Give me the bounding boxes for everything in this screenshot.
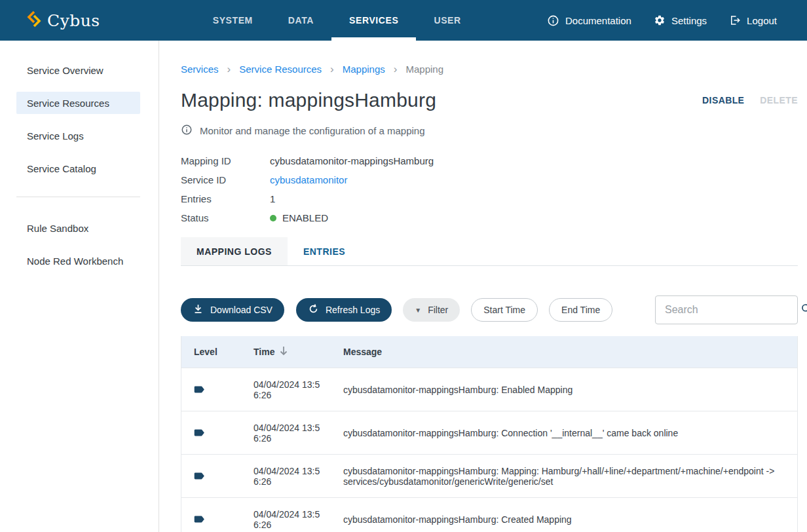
end-time-button[interactable]: End Time	[549, 298, 612, 322]
sidebar-item[interactable]: Service Overview	[16, 59, 140, 81]
logout-icon	[729, 14, 741, 26]
log-level-cell	[181, 428, 253, 438]
refresh-icon	[308, 303, 319, 316]
settings-button[interactable]: Settings	[654, 14, 707, 26]
log-message: cybusdatamonitor-mappingsHamburg: Connec…	[343, 428, 797, 438]
page-subtitle: Monitor and manage the configuration of …	[181, 124, 798, 138]
main-nav: SYSTEM DATA SERVICES USER	[195, 0, 479, 41]
label-tag-icon	[194, 514, 253, 524]
log-time: 04/04/2024 13:56:26	[253, 509, 343, 530]
nav-tab[interactable]: SERVICES	[331, 0, 416, 41]
table-row[interactable]: 04/04/2024 13:56:26 cybusdatamonitor-map…	[181, 497, 797, 532]
label-tag-icon	[194, 428, 253, 438]
label-tag-icon	[194, 471, 253, 481]
main-content: Services › Service Resources › Mappings …	[159, 41, 807, 532]
sidebar-divider	[16, 197, 140, 197]
download-icon	[193, 303, 204, 316]
search-input[interactable]	[665, 304, 800, 316]
logs-table: Level Time Message	[181, 336, 798, 532]
filter-button[interactable]: ▼ Filter	[403, 298, 460, 322]
subtitle-text: Monitor and manage the configuration of …	[200, 125, 425, 136]
cybus-logo-icon	[27, 10, 41, 30]
delete-button[interactable]: DELETE	[760, 95, 798, 105]
breadcrumb-link[interactable]: Services	[181, 64, 219, 75]
nav-tab[interactable]: USER	[416, 0, 478, 41]
log-level-cell	[181, 514, 253, 524]
disable-button[interactable]: DISABLE	[702, 95, 744, 105]
download-csv-button[interactable]: Download CSV	[181, 298, 284, 322]
log-message: cybusdatamonitor-mappingsHamburg: Enable…	[343, 385, 797, 395]
breadcrumb-link[interactable]: Mapping	[405, 64, 443, 75]
info-circle-icon	[547, 14, 559, 27]
sort-desc-icon	[279, 346, 288, 358]
sidebar-item[interactable]: Service Resources	[16, 92, 140, 114]
breadcrumb: Services › Service Resources › Mappings …	[181, 64, 798, 75]
breadcrumb-item: Services ›	[181, 64, 239, 75]
logout-button[interactable]: Logout	[729, 14, 777, 26]
status-dot	[270, 215, 276, 221]
table-row[interactable]: 04/04/2024 13:56:26 cybusdatamonitor-map…	[181, 411, 797, 454]
logout-label: Logout	[747, 15, 777, 26]
table-row[interactable]: 04/04/2024 13:56:26 cybusdatamonitor-map…	[181, 368, 797, 411]
detail-row: Mapping ID cybusdatamonitor-mappingsHamb…	[181, 151, 798, 170]
sidebar-item[interactable]: Service Logs	[16, 124, 140, 147]
breadcrumb-link[interactable]: Service Resources	[239, 64, 322, 75]
column-header-level[interactable]: Level	[181, 347, 253, 357]
nav-tab[interactable]: SYSTEM	[195, 0, 271, 41]
sidebar: Service Overview Service Resources Servi…	[0, 41, 159, 532]
mapping-details: Mapping ID cybusdatamonitor-mappingsHamb…	[181, 151, 798, 227]
sidebar-item[interactable]: Rule Sandbox	[16, 217, 140, 239]
end-time-label: End Time	[561, 305, 600, 315]
gear-icon	[654, 14, 666, 26]
chevron-down-icon: ▼	[415, 307, 421, 314]
chevron-right-icon: ›	[330, 64, 334, 75]
log-level-cell	[181, 471, 253, 481]
start-time-button[interactable]: Start Time	[471, 298, 538, 322]
detail-value-text: cybusdatamonitor-mappingsHamburg	[270, 155, 434, 166]
log-message: cybusdatamonitor-mappingsHamburg: Mappin…	[343, 466, 797, 487]
detail-value: cybusdatamonitor-mappingsHamburg	[270, 155, 434, 166]
detail-value: ENABLED	[270, 212, 328, 223]
documentation-button[interactable]: Documentation	[547, 14, 631, 27]
sidebar-secondary-group: Rule Sandbox Node Red Workbench	[0, 217, 159, 272]
detail-row: Entries 1	[181, 189, 798, 208]
log-time: 04/04/2024 13:56:26	[253, 466, 343, 487]
log-time: 04/04/2024 13:56:26	[253, 379, 343, 400]
detail-value-text: cybusdatamonitor	[270, 174, 347, 185]
nav-tab[interactable]: DATA	[271, 0, 331, 41]
detail-value: cybusdatamonitor	[270, 174, 347, 185]
page-title: Mapping: mappingsHamburg	[181, 89, 436, 111]
breadcrumb-link[interactable]: Mappings	[343, 64, 385, 75]
sidebar-primary-group: Service Overview Service Resources Servi…	[0, 59, 159, 180]
search-icon[interactable]	[800, 303, 807, 317]
refresh-logs-label: Refresh Logs	[326, 305, 380, 315]
chevron-right-icon: ›	[227, 64, 231, 75]
table-row[interactable]: 04/04/2024 13:56:26 cybusdatamonitor-map…	[181, 454, 797, 497]
tab[interactable]: MAPPING LOGS	[181, 237, 288, 265]
column-header-time[interactable]: Time	[253, 346, 343, 358]
time-header-label: Time	[253, 347, 274, 357]
download-csv-label: Download CSV	[210, 305, 272, 315]
info-circle-icon	[181, 124, 193, 138]
detail-value-text: ENABLED	[282, 212, 328, 223]
nav-actions: Documentation Settings Logout	[547, 0, 807, 41]
log-level-cell	[181, 385, 253, 394]
sidebar-item[interactable]: Node Red Workbench	[16, 250, 140, 272]
refresh-logs-button[interactable]: Refresh Logs	[296, 298, 392, 322]
breadcrumb-item: Mapping ›	[405, 64, 443, 75]
detail-label: Service ID	[181, 174, 270, 185]
cybus-logo[interactable]: Cybus	[0, 0, 100, 41]
search-box	[655, 295, 798, 324]
detail-row: Status ENABLED	[181, 208, 798, 227]
detail-tabs: MAPPING LOGS ENTRIES	[181, 237, 798, 266]
table-header: Level Time Message	[181, 336, 797, 368]
sidebar-item[interactable]: Service Catalog	[16, 157, 140, 180]
detail-value: 1	[270, 193, 275, 204]
logs-toolbar: Download CSV Refresh Logs ▼ Filter Start…	[181, 295, 798, 324]
documentation-label: Documentation	[565, 15, 631, 26]
detail-label: Status	[181, 212, 270, 223]
tab[interactable]: ENTRIES	[288, 237, 361, 265]
detail-value-text: 1	[270, 193, 275, 204]
column-header-message[interactable]: Message	[343, 347, 797, 357]
detail-label: Entries	[181, 193, 270, 204]
